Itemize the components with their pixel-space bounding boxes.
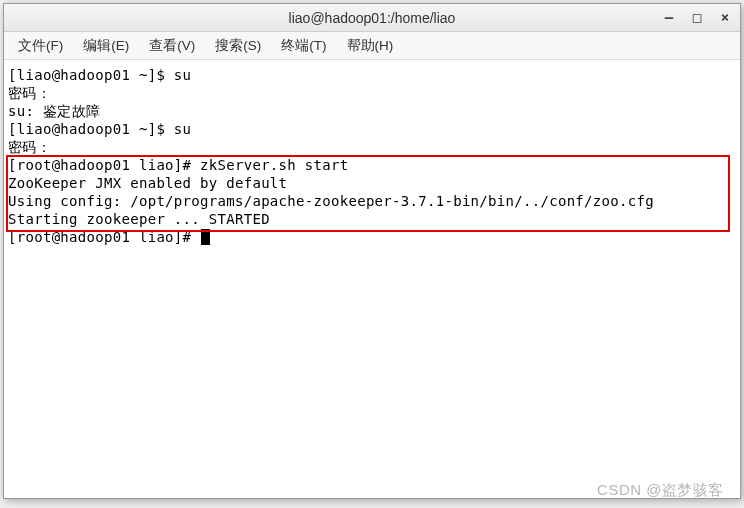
terminal-line: [liao@hadoop01 ~]$ su bbox=[8, 120, 736, 138]
menubar: 文件(F) 编辑(E) 查看(V) 搜索(S) 终端(T) 帮助(H) bbox=[4, 32, 740, 60]
menu-file[interactable]: 文件(F) bbox=[8, 35, 73, 57]
maximize-button[interactable]: □ bbox=[686, 6, 708, 28]
menu-search[interactable]: 搜索(S) bbox=[205, 35, 271, 57]
terminal-line: 密码： bbox=[8, 84, 736, 102]
terminal-line: su: 鉴定故障 bbox=[8, 102, 736, 120]
menu-view[interactable]: 查看(V) bbox=[139, 35, 205, 57]
terminal-content[interactable]: [liao@hadoop01 ~]$ su 密码： su: 鉴定故障 [liao… bbox=[4, 60, 740, 498]
cursor-icon bbox=[201, 229, 210, 245]
terminal-line: [root@hadoop01 liao]# zkServer.sh start bbox=[8, 156, 736, 174]
titlebar: liao@hadoop01:/home/liao – □ × bbox=[4, 4, 740, 32]
terminal-line: Starting zookeeper ... STARTED bbox=[8, 210, 736, 228]
terminal-line: 密码： bbox=[8, 138, 736, 156]
terminal-line: [liao@hadoop01 ~]$ su bbox=[8, 66, 736, 84]
watermark-text: CSDN @盗梦骇客 bbox=[597, 481, 724, 500]
terminal-line: ZooKeeper JMX enabled by default bbox=[8, 174, 736, 192]
menu-edit[interactable]: 编辑(E) bbox=[73, 35, 139, 57]
close-button[interactable]: × bbox=[714, 6, 736, 28]
terminal-window: liao@hadoop01:/home/liao – □ × 文件(F) 编辑(… bbox=[3, 3, 741, 499]
terminal-line: [root@hadoop01 liao]# bbox=[8, 228, 736, 246]
prompt-text: [root@hadoop01 liao]# bbox=[8, 229, 200, 245]
minimize-button[interactable]: – bbox=[658, 6, 680, 28]
menu-terminal[interactable]: 终端(T) bbox=[271, 35, 336, 57]
window-controls: – □ × bbox=[658, 6, 736, 28]
window-title: liao@hadoop01:/home/liao bbox=[289, 10, 456, 26]
terminal-line: Using config: /opt/programs/apache-zooke… bbox=[8, 192, 736, 210]
menu-help[interactable]: 帮助(H) bbox=[337, 35, 404, 57]
